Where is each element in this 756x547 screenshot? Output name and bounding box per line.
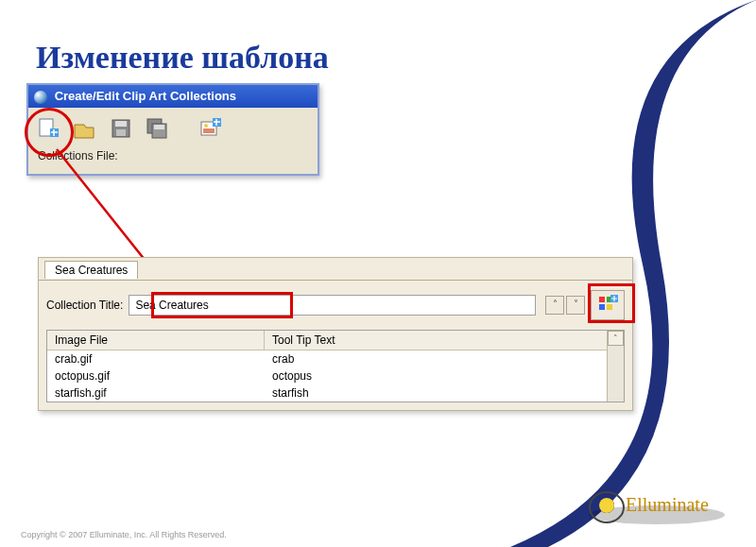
column-header-tooltip[interactable]: Tool Tip Text (265, 331, 607, 350)
column-header-image-file[interactable]: Image File (47, 331, 265, 350)
collection-editor-panel: Sea Creatures Collection Title: ˄ ˅ Imag… (38, 257, 633, 411)
move-down-button[interactable]: ˅ (566, 296, 585, 315)
collection-title-input[interactable] (129, 295, 536, 316)
collections-file-label: Collections File: (28, 145, 318, 174)
cell-image-file: crab.gif (47, 350, 265, 368)
clipart-collections-window: Create/Edit Clip Art Collections Collect… (26, 83, 319, 176)
table-row[interactable]: starfish.gif starfish (47, 385, 607, 402)
table-scrollbar[interactable]: ˄ (607, 331, 624, 402)
tab-sea-creatures[interactable]: Sea Creatures (44, 261, 138, 279)
table-row[interactable]: crab.gif crab (47, 350, 607, 368)
cell-tooltip: octopus (265, 368, 607, 385)
collection-title-label: Collection Title: (46, 299, 123, 312)
svg-rect-7 (154, 125, 164, 129)
scroll-up-button[interactable]: ˄ (608, 331, 624, 346)
svg-point-21 (599, 498, 614, 513)
images-table: Image File Tool Tip Text crab.gif crab o… (46, 330, 625, 402)
open-collection-button[interactable] (72, 115, 96, 142)
add-image-button[interactable] (198, 115, 223, 142)
app-icon (34, 91, 47, 104)
svg-rect-16 (607, 304, 612, 310)
svg-rect-4 (116, 129, 126, 136)
window-titlebar: Create/Edit Clip Art Collections (28, 85, 318, 108)
tab-strip: Sea Creatures (39, 258, 632, 281)
svg-point-10 (204, 124, 208, 128)
save-as-button[interactable] (145, 115, 169, 142)
move-up-button[interactable]: ˄ (545, 296, 564, 315)
new-collection-button[interactable] (36, 115, 60, 142)
window-title: Create/Edit Clip Art Collections (55, 89, 236, 103)
svg-text:Elluminate: Elluminate (626, 494, 709, 515)
svg-rect-15 (599, 304, 605, 310)
cell-tooltip: crab (265, 350, 607, 368)
elluminate-logo: Elluminate (586, 488, 728, 530)
table-row[interactable]: octopus.gif octopus (47, 368, 607, 385)
cell-image-file: octopus.gif (47, 368, 265, 385)
toolbar (28, 108, 318, 145)
svg-rect-13 (599, 297, 605, 302)
palette-button[interactable] (591, 290, 625, 320)
svg-rect-3 (115, 121, 127, 127)
footer-copyright: Copyright © 2007 Elluminate, Inc. All Ri… (21, 530, 227, 539)
cell-tooltip: starfish (265, 385, 607, 402)
slide-title: Изменение шаблона (36, 40, 329, 76)
svg-rect-9 (203, 128, 215, 133)
save-button[interactable] (109, 115, 133, 142)
cell-image-file: starfish.gif (47, 385, 265, 402)
